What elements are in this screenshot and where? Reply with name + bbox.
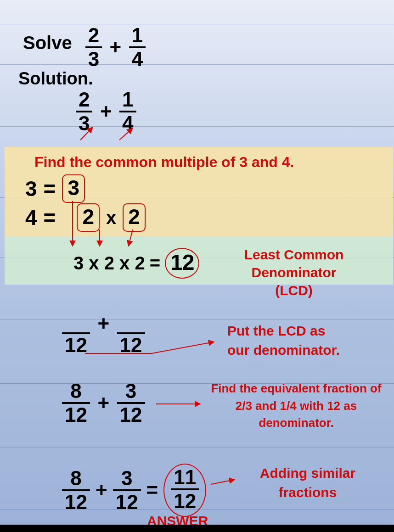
factor-lhs: 4 bbox=[25, 205, 37, 230]
restated-fraction-2: 1 4 bbox=[119, 90, 136, 134]
frac-num: 2 bbox=[85, 25, 102, 46]
plus-op: + bbox=[90, 479, 113, 502]
frac-den: 12 bbox=[117, 402, 145, 425]
blank-fraction-2: 12 bbox=[117, 319, 145, 355]
frac-num-blank bbox=[122, 319, 140, 332]
frac-den: 12 bbox=[62, 332, 90, 355]
frac-den: 3 bbox=[76, 111, 92, 134]
problem-fraction-2: 1 4 bbox=[129, 25, 146, 69]
solution-heading: Solution. bbox=[18, 69, 93, 89]
step-put-denominator: 12 + 12 bbox=[62, 312, 145, 355]
frac-den: 12 bbox=[171, 488, 199, 511]
caption-line: denominator. bbox=[207, 414, 386, 432]
adding-caption: Adding similar fractions bbox=[243, 464, 372, 502]
caption-line: 2/3 and 1/4 with 12 as bbox=[207, 398, 386, 415]
caption-line: our denominator. bbox=[227, 341, 340, 360]
sum-fraction-2: 3 12 bbox=[113, 468, 141, 512]
put-lcd-caption: Put the LCD as our denominator. bbox=[227, 321, 340, 360]
frac-den: 12 bbox=[113, 489, 141, 512]
frac-num-blank bbox=[67, 319, 85, 332]
find-common-note: Find the common multiple of 3 and 4. bbox=[34, 154, 294, 171]
footer-bar bbox=[0, 525, 394, 532]
equals-sign: = bbox=[44, 176, 56, 201]
restated-fraction-1: 2 3 bbox=[76, 90, 92, 134]
frac-num: 2 bbox=[76, 90, 92, 111]
frac-den: 4 bbox=[119, 111, 136, 134]
factor-lhs: 3 bbox=[25, 176, 37, 201]
step-equivalent-fractions: 8 12 + 3 12 bbox=[62, 381, 145, 425]
equals-sign: = bbox=[141, 479, 164, 502]
factor-row-4: 4 = 2 x 2 bbox=[25, 203, 146, 232]
factor-boxed-2b: 2 bbox=[123, 203, 146, 232]
eq-fraction-1: 8 12 bbox=[62, 381, 90, 425]
plus-op: + bbox=[92, 392, 115, 414]
factor-boxed-2a: 2 bbox=[77, 203, 100, 232]
svg-line-6 bbox=[211, 480, 234, 484]
problem-row: Solve 2 3 + 1 4 bbox=[23, 25, 146, 69]
caption-line: Find the equivalent fraction of bbox=[207, 380, 386, 398]
frac-num: 1 bbox=[129, 25, 146, 46]
plus-op: + bbox=[95, 100, 118, 123]
step-sum: 8 12 + 3 12 = 11 12 bbox=[62, 464, 206, 517]
frac-num: 8 bbox=[68, 381, 84, 402]
lcd-caption-line2: (LCD) bbox=[202, 281, 386, 299]
lcd-computation: 3 x 2 x 2 = 12 bbox=[73, 248, 199, 279]
frac-den: 12 bbox=[117, 332, 145, 355]
caption-line: Put the LCD as bbox=[227, 321, 340, 341]
frac-den: 3 bbox=[85, 46, 102, 69]
plus-op: + bbox=[92, 312, 115, 335]
lcd-caption-line1: Least Common Denominator bbox=[202, 246, 386, 281]
result-oval: 11 12 bbox=[163, 464, 206, 517]
frac-num: 1 bbox=[119, 90, 136, 111]
problem-fraction-1: 2 3 bbox=[85, 25, 102, 69]
caption-line: Adding similar bbox=[243, 464, 372, 483]
frac-num: 11 bbox=[171, 467, 199, 488]
solve-label: Solve bbox=[23, 33, 72, 53]
lcd-result-circled: 12 bbox=[165, 248, 199, 279]
equals-sign: = bbox=[44, 205, 56, 230]
frac-num: 3 bbox=[118, 468, 135, 489]
frac-den: 12 bbox=[62, 489, 90, 512]
blank-fraction-1: 12 bbox=[62, 319, 90, 355]
result-fraction: 11 12 bbox=[171, 467, 199, 511]
frac-num: 3 bbox=[123, 381, 139, 402]
factor-boxed-3: 3 bbox=[62, 174, 85, 203]
frac-den: 4 bbox=[129, 46, 146, 69]
times-sign: x bbox=[106, 207, 116, 228]
frac-num: 8 bbox=[68, 468, 84, 489]
equals-sign: = bbox=[150, 253, 160, 274]
factor-row-3: 3 = 3 bbox=[25, 174, 85, 203]
plus-op: + bbox=[104, 36, 127, 59]
restated-expression: 2 3 + 1 4 bbox=[76, 90, 136, 134]
lcd-caption: Least Common Denominator (LCD) bbox=[202, 246, 386, 299]
lcd-expr: 3 x 2 x 2 bbox=[73, 253, 145, 274]
eq-fraction-2: 3 12 bbox=[117, 381, 145, 425]
frac-den: 12 bbox=[62, 402, 90, 425]
equivalent-caption: Find the equivalent fraction of 2/3 and … bbox=[207, 380, 386, 432]
sum-fraction-1: 8 12 bbox=[62, 468, 90, 512]
caption-line: fractions bbox=[243, 483, 372, 502]
